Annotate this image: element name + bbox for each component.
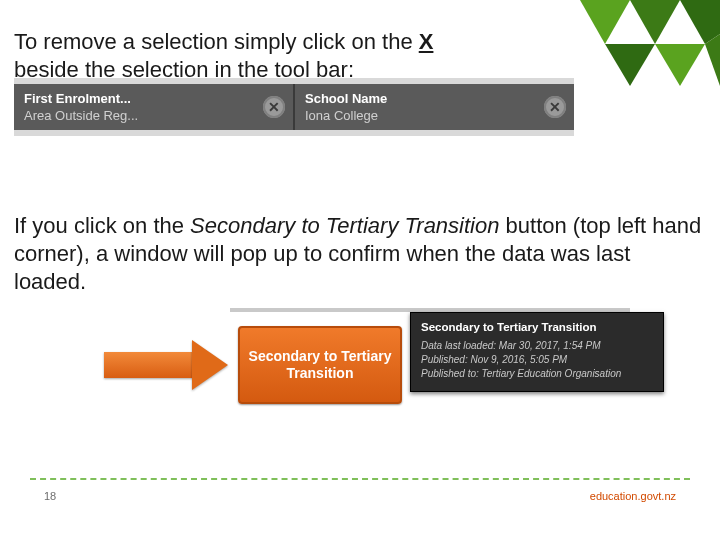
instruction-click-button: If you click on the Secondary to Tertiar… [14,212,704,296]
footer-url: education.govt.nz [590,490,676,502]
button-label: Secondary to Tertiary Transition [240,348,400,383]
chip-value: Area Outside Reg... [24,109,249,122]
chip-value: Iona College [305,109,530,122]
filter-chip-school-name[interactable]: School Name Iona College ✕ [293,84,574,130]
page-number: 18 [44,490,56,502]
chip-title: First Enrolment... [24,92,249,105]
tooltip-title: Secondary to Tertiary Transition [421,321,653,333]
tooltip-line: Data last loaded: Mar 30, 2017, 1:54 PM [421,339,653,353]
secondary-to-tertiary-button[interactable]: Secondary to Tertiary Transition [238,326,402,404]
button-tooltip-figure: Secondary to Tertiary Transition Seconda… [110,308,650,428]
text: If you click on the [14,213,190,238]
button-name-emphasis: Secondary to Tertiary Transition [190,213,499,238]
filter-toolbar-figure: First Enrolment... Area Outside Reg... ✕… [14,78,574,136]
svg-marker-5 [705,34,720,86]
callout-arrow-icon [104,342,234,388]
chip-close-icon[interactable]: ✕ [263,96,285,118]
filter-chip-first-enrolment[interactable]: First Enrolment... Area Outside Reg... ✕ [14,84,293,130]
instruction-remove-selection: To remove a selection simply click on th… [14,28,494,83]
filter-chips-row: First Enrolment... Area Outside Reg... ✕… [14,84,574,130]
svg-marker-1 [630,0,680,44]
chip-close-icon[interactable]: ✕ [544,96,566,118]
svg-marker-3 [605,44,655,86]
chip-title: School Name [305,92,530,105]
svg-marker-0 [580,0,630,44]
svg-marker-2 [680,0,720,44]
x-emphasis: X [419,29,434,54]
data-load-tooltip: Secondary to Tertiary Transition Data la… [410,312,664,392]
footer-divider [30,478,690,480]
tooltip-line: Published: Nov 9, 2016, 5:05 PM [421,353,653,367]
text: To remove a selection simply click on th… [14,29,419,54]
svg-marker-4 [655,44,705,86]
toolbar-gutter [14,130,574,136]
tooltip-line: Published to: Tertiary Education Organis… [421,367,653,381]
